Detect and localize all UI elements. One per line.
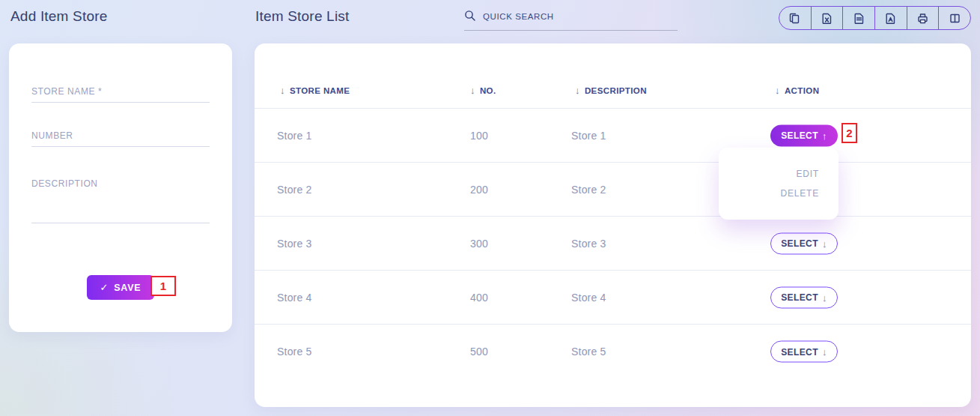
description-cell: Store 2 — [571, 184, 606, 196]
description-cell: Store 3 — [571, 238, 606, 250]
column-header-label: DESCRIPTION — [585, 86, 647, 95]
excel-export-button[interactable] — [811, 7, 843, 29]
column-header-label: STORE NAME — [290, 86, 350, 95]
copy-icon — [788, 12, 801, 25]
select-button-row-5[interactable]: SELECT ↓ — [770, 341, 838, 363]
store-name-cell: Store 1 — [277, 130, 312, 142]
select-dropdown-menu: EDIT DELETE — [719, 148, 839, 220]
select-button-row-4[interactable]: SELECT ↓ — [770, 286, 838, 308]
column-visibility-icon — [949, 12, 961, 25]
print-button[interactable] — [907, 7, 939, 29]
copy-button[interactable] — [779, 7, 811, 29]
select-button-label: SELECT — [781, 130, 818, 141]
column-header-label: ACTION — [785, 86, 819, 95]
table-row: Store 1 100 Store 1 SELECT ↑ — [255, 109, 971, 163]
store-name-field[interactable] — [31, 80, 210, 103]
number-cell: 100 — [470, 130, 488, 142]
select-button-row-3[interactable]: SELECT ↓ — [770, 232, 838, 254]
store-name-cell: Store 3 — [277, 238, 312, 250]
sort-icon: ↓ — [280, 85, 285, 96]
quick-search-input[interactable]: QUICK SEARCH — [464, 7, 678, 31]
column-header-store-name[interactable]: ↓ STORE NAME — [280, 85, 350, 96]
table-row: Store 5 500 Store 5 SELECT ↓ — [255, 325, 971, 379]
arrow-down-icon: ↓ — [822, 238, 827, 249]
sort-icon: ↓ — [575, 85, 580, 96]
table-row: Store 4 400 Store 4 SELECT ↓ — [255, 271, 971, 325]
arrow-down-icon: ↓ — [822, 292, 827, 303]
check-icon: ✓ — [100, 282, 109, 293]
number-cell: 300 — [470, 238, 488, 250]
arrow-up-icon: ↑ — [822, 130, 827, 141]
table-row: Store 2 200 Store 2 SELECT ↓ — [255, 163, 971, 217]
number-cell: 500 — [470, 346, 488, 358]
description-cell: Store 5 — [571, 346, 606, 358]
csv-export-button[interactable] — [842, 7, 874, 29]
table-row: Store 3 300 Store 3 SELECT ↓ — [255, 217, 971, 271]
select-button-label: SELECT — [781, 346, 818, 357]
item-store-list-table: ↓ STORE NAME ↓ NO. ↓ DESCRIPTION ↓ ACTIO… — [255, 43, 971, 407]
csv-export-icon — [853, 12, 865, 25]
store-name-cell: Store 4 — [277, 292, 312, 304]
quick-search-placeholder: QUICK SEARCH — [483, 12, 554, 21]
sort-icon: ↓ — [775, 85, 780, 96]
sort-icon: ↓ — [470, 85, 475, 96]
column-header-action[interactable]: ↓ ACTION — [775, 85, 819, 96]
add-item-store-form: ✓ SAVE — [9, 43, 232, 332]
save-button-label: SAVE — [114, 283, 141, 293]
column-header-label: NO. — [480, 86, 496, 95]
annotation-marker-1: 1 — [150, 276, 176, 296]
column-header-description[interactable]: ↓ DESCRIPTION — [575, 85, 647, 96]
page: Add Item Store Item Store List QUICK SEA… — [0, 0, 980, 416]
table-header-row: ↓ STORE NAME ↓ NO. ↓ DESCRIPTION ↓ ACTIO… — [255, 43, 971, 109]
description-field[interactable] — [31, 163, 210, 223]
column-visibility-button[interactable] — [938, 7, 970, 29]
dropdown-item-delete[interactable]: DELETE — [781, 188, 819, 199]
print-icon — [916, 12, 929, 25]
arrow-down-icon: ↓ — [822, 346, 827, 358]
column-header-no[interactable]: ↓ NO. — [470, 85, 496, 96]
annotation-marker-2: 2 — [841, 123, 857, 143]
select-button-label: SELECT — [781, 238, 818, 249]
description-cell: Store 1 — [571, 130, 606, 142]
store-name-cell: Store 5 — [277, 346, 312, 358]
save-button[interactable]: ✓ SAVE — [87, 275, 154, 300]
number-cell: 200 — [470, 184, 488, 196]
number-field[interactable] — [31, 124, 210, 147]
item-store-list-title: Item Store List — [255, 8, 350, 25]
store-name-cell: Store 2 — [277, 184, 312, 196]
select-button-label: SELECT — [781, 292, 818, 303]
select-button-row-1[interactable]: SELECT ↑ — [770, 124, 838, 146]
number-cell: 400 — [470, 292, 488, 304]
description-cell: Store 4 — [571, 292, 606, 304]
pdf-export-button[interactable] — [874, 7, 907, 29]
add-item-store-title: Add Item Store — [10, 8, 108, 25]
pdf-export-icon — [884, 12, 897, 25]
dropdown-item-edit[interactable]: EDIT — [796, 169, 819, 179]
export-toolbar — [779, 6, 971, 30]
excel-export-icon — [821, 12, 833, 25]
search-icon — [464, 10, 476, 22]
